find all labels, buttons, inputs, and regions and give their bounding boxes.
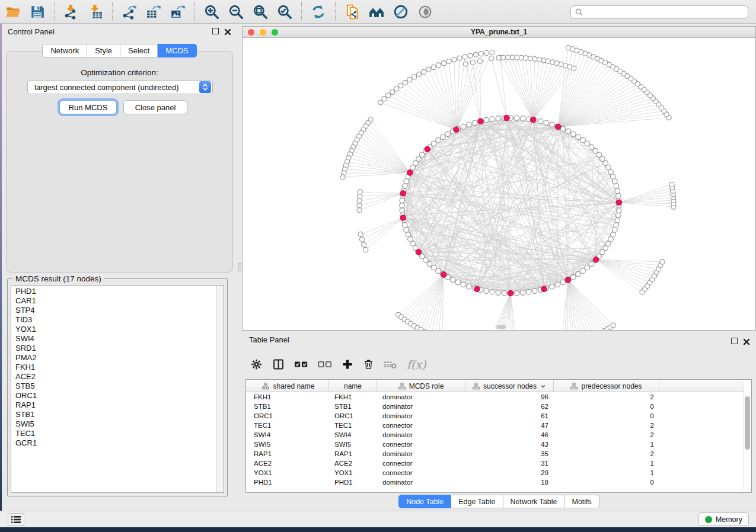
zoom-out-icon[interactable] xyxy=(228,4,244,20)
tab-node-table[interactable]: Node Table xyxy=(398,495,451,508)
mcds-result-item[interactable]: SWI4 xyxy=(11,334,216,344)
mcds-result-item[interactable]: ACE2 xyxy=(11,372,216,382)
network-hscroll-thumb[interactable] xyxy=(496,325,506,329)
delete-row-icon[interactable] xyxy=(363,357,374,371)
search-box[interactable] xyxy=(570,5,748,19)
optimization-criterion-label: Optimization criterion: xyxy=(7,68,232,77)
close-panel-button[interactable]: Close panel xyxy=(123,100,187,114)
save-session-icon[interactable] xyxy=(29,4,46,20)
table-row[interactable]: ORC1ORC1dominator610 xyxy=(246,411,744,421)
zoom-selected-icon[interactable] xyxy=(276,4,293,20)
mcds-result-scrollbar[interactable] xyxy=(216,286,224,492)
mcds-result-item[interactable]: CAR1 xyxy=(11,296,216,306)
mcds-result-item[interactable]: GCR1 xyxy=(11,438,216,448)
run-mcds-button[interactable]: Run MCDS xyxy=(59,100,117,114)
export-network-icon[interactable] xyxy=(121,4,138,20)
mcds-result-item[interactable]: FKH1 xyxy=(11,363,216,372)
export-table-icon[interactable] xyxy=(145,4,162,20)
tab-style[interactable]: Style xyxy=(87,44,120,57)
duplicate-network-icon[interactable] xyxy=(344,4,361,20)
table-toolbar: f(x) xyxy=(250,351,426,378)
cell-MCDS-role: connector xyxy=(377,460,465,467)
mcds-result-item[interactable]: STB5 xyxy=(11,382,216,391)
zoom-fit-icon[interactable] xyxy=(252,4,269,20)
cell-successor-nodes: 18 xyxy=(465,479,554,486)
mcds-result-list[interactable]: PHD1CAR1STP4TID3YOX1SWI4SRD1PMA2FKH1ACE2… xyxy=(11,285,224,493)
mcds-result-item[interactable]: TEC1 xyxy=(11,429,216,438)
mcds-result-item[interactable]: SRD1 xyxy=(11,344,216,353)
select-all-icon[interactable] xyxy=(294,357,308,371)
close-table-panel-icon[interactable] xyxy=(743,337,750,344)
splitter-handle[interactable] xyxy=(238,263,241,271)
zoom-in-icon[interactable] xyxy=(203,4,220,20)
panel-splitter[interactable] xyxy=(237,24,242,511)
table-scrollbar[interactable] xyxy=(744,381,750,491)
deselect-all-icon[interactable] xyxy=(318,357,332,371)
optimization-criterion-select[interactable]: largest connected component (undirected) xyxy=(27,80,213,94)
mcds-result-item[interactable]: STB1 xyxy=(11,410,216,419)
table-row[interactable]: SWI5SWI5connector431 xyxy=(246,440,744,449)
column-header-name[interactable]: name xyxy=(329,380,377,392)
tab-network-table[interactable]: Network Table xyxy=(503,495,565,508)
import-table-icon[interactable] xyxy=(87,4,104,20)
table-row[interactable]: ACE2ACE2connector311 xyxy=(246,459,744,468)
mcds-result-item[interactable]: RAP1 xyxy=(11,400,216,410)
hide-selected-icon[interactable] xyxy=(393,4,409,20)
refresh-network-icon[interactable] xyxy=(310,4,327,20)
mcds-result-fieldset: MCDS result (17 nodes) PHD1CAR1STP4TID3Y… xyxy=(7,278,228,496)
cell-successor-nodes: 47 xyxy=(465,422,554,429)
tab-select[interactable]: Select xyxy=(120,44,158,57)
table-settings-icon[interactable] xyxy=(250,357,263,371)
table-row[interactable]: PHD1PHD1dominator180 xyxy=(246,477,744,487)
show-panels-button[interactable] xyxy=(8,513,24,526)
column-type-icon xyxy=(570,383,578,390)
column-header-MCDS-role[interactable]: MCDS role xyxy=(377,380,465,392)
cell-shared-name: SWI4 xyxy=(248,431,329,438)
column-header-successor-nodes[interactable]: successor nodes xyxy=(465,380,554,392)
memory-button[interactable]: Memory xyxy=(698,512,749,526)
column-layout-icon[interactable] xyxy=(272,357,285,371)
mcds-result-item[interactable]: PMA2 xyxy=(11,353,216,363)
add-row-icon[interactable] xyxy=(342,357,353,371)
search-input[interactable] xyxy=(586,8,748,17)
node-table: shared namenameMCDS rolesuccessor nodesp… xyxy=(245,379,752,493)
float-panel-icon[interactable] xyxy=(212,28,219,34)
mcds-result-item[interactable]: SWI5 xyxy=(11,419,216,429)
table-panel-tabs: Node TableEdge TableNetwork TableMotifs xyxy=(242,495,756,508)
network-window-titlebar[interactable]: YPA_prune.txt_1 xyxy=(243,27,755,38)
function-builder-icon: f(x) xyxy=(407,357,426,371)
first-neighbors-icon[interactable] xyxy=(368,4,385,20)
export-image-icon[interactable] xyxy=(170,4,186,20)
column-header-shared-name[interactable]: shared name xyxy=(248,380,329,392)
table-row[interactable]: YOX1YOX1connector291 xyxy=(246,468,744,477)
table-row[interactable]: RAP1RAP1dominator352 xyxy=(246,449,744,459)
close-panel-icon[interactable] xyxy=(224,27,231,34)
tab-mcds[interactable]: MCDS xyxy=(158,44,196,57)
import-network-icon[interactable] xyxy=(63,4,79,20)
table-row[interactable]: FKH1FKH1dominator962 xyxy=(246,392,744,402)
cell-name: ORC1 xyxy=(329,412,377,419)
column-header-predecessor-nodes[interactable]: predecessor nodes xyxy=(554,380,659,392)
network-graph[interactable] xyxy=(243,38,755,330)
mcds-result-item[interactable]: YOX1 xyxy=(11,325,216,334)
tab-edge-table[interactable]: Edge Table xyxy=(451,495,503,508)
cell-predecessor-nodes: 0 xyxy=(554,403,659,410)
open-session-icon[interactable] xyxy=(5,4,21,20)
mcds-result-item[interactable]: TID3 xyxy=(11,315,216,325)
node-table-rows: FKH1FKH1dominator962STB1STB1dominator620… xyxy=(246,392,744,487)
network-canvas[interactable] xyxy=(243,38,755,330)
show-details-icon[interactable] xyxy=(417,4,433,20)
mcds-result-item[interactable]: STP4 xyxy=(11,306,216,315)
table-row[interactable]: STB1STB1dominator620 xyxy=(246,402,744,411)
cell-predecessor-nodes: 0 xyxy=(554,412,659,419)
float-table-panel-icon[interactable] xyxy=(731,338,738,344)
table-row[interactable]: TEC1TEC1connector472 xyxy=(246,421,744,430)
mcds-result-item[interactable]: PHD1 xyxy=(11,287,216,296)
select-stepper-icon xyxy=(199,81,211,93)
tab-network[interactable]: Network xyxy=(42,44,87,57)
tab-motifs[interactable]: Motifs xyxy=(564,495,599,508)
table-scrollbar-thumb[interactable] xyxy=(745,396,750,450)
mcds-result-item[interactable]: ORC1 xyxy=(11,391,216,400)
cell-MCDS-role: dominator xyxy=(377,479,465,486)
table-row[interactable]: SWI4SWI4dominator462 xyxy=(246,430,744,440)
